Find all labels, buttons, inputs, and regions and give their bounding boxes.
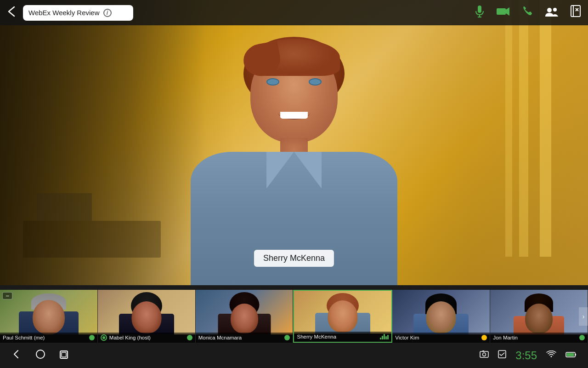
svg-rect-3 — [497, 8, 506, 15]
meeting-title: WebEx Weekly Review — [28, 9, 100, 17]
paul-video — [0, 290, 97, 334]
bottom-system-bar: 3:55 — [0, 343, 588, 368]
monica-mic-indicator — [284, 335, 290, 340]
bottom-right-group: 3:55 — [480, 349, 577, 362]
top-navigation-bar: WebEx Weekly Review i — [0, 0, 588, 25]
sherry-video — [294, 291, 391, 334]
jon-mic-indicator — [579, 335, 585, 340]
jon-name: Jon Martin — [493, 335, 518, 340]
camera-icon — [496, 6, 510, 17]
participant-tile-paul[interactable]: − Paul Schmitt (me) — [0, 290, 98, 343]
victor-name: Victor Kim — [395, 335, 419, 340]
eye-left — [266, 78, 279, 86]
minimize-paul-button[interactable]: − — [2, 292, 12, 299]
main-video-area: Sherry McKenna — [0, 0, 588, 285]
task-button[interactable] — [498, 350, 506, 361]
victor-mic-indicator — [481, 335, 487, 340]
monica-name-bar: Monica Mcnamara — [196, 333, 293, 343]
microphone-icon — [475, 5, 485, 17]
host-badge-mabel — [101, 334, 107, 341]
speaker-name-text: Sherry McKenna — [263, 253, 325, 263]
eye-right — [309, 78, 322, 86]
system-back-button[interactable] — [11, 349, 22, 362]
system-recents-icon — [59, 350, 68, 359]
svg-rect-13 — [62, 352, 66, 357]
participants-strip: − Paul Schmitt (me) Mabel King (host) — [0, 290, 588, 343]
monica-name: Monica Mcnamara — [198, 335, 242, 340]
participant-tile-mabel[interactable]: Mabel King (host) — [98, 290, 196, 343]
main-speaker — [156, 9, 432, 285]
svg-rect-0 — [478, 6, 481, 13]
expand-strip-button[interactable]: › — [579, 307, 588, 326]
mabel-face — [131, 301, 161, 334]
battery-level-icon — [565, 351, 577, 358]
system-home-icon — [35, 349, 45, 359]
participant-tile-victor[interactable]: Victor Kim — [392, 290, 490, 343]
screenshot-button[interactable] — [480, 350, 489, 361]
mabel-name-bar: Mabel King (host) — [98, 333, 195, 343]
sherry-face — [328, 300, 358, 333]
wifi-icon — [546, 351, 556, 360]
svg-point-6 — [553, 8, 557, 12]
speaker-name-label: Sherry McKenna — [254, 250, 334, 267]
svg-marker-4 — [506, 7, 509, 16]
system-home-button[interactable] — [35, 349, 45, 362]
victor-face — [426, 301, 456, 334]
teeth — [280, 112, 308, 119]
mabel-mic-indicator — [187, 335, 192, 340]
back-button[interactable] — [7, 5, 16, 20]
mabel-name: Mabel King (host) — [109, 335, 151, 340]
paul-face — [33, 300, 65, 334]
microphone-button[interactable] — [475, 5, 485, 21]
paul-name-bar: Paul Schmitt (me) — [0, 333, 97, 343]
collar-right — [294, 152, 322, 189]
participant-tile-monica[interactable]: Monica Mcnamara — [196, 290, 294, 343]
share-button[interactable] — [570, 5, 581, 21]
mabel-video — [98, 290, 195, 334]
participant-tile-sherry[interactable]: Sherry McKenna — [293, 290, 392, 343]
wifi-signal-icon — [546, 351, 556, 358]
window-strip-2 — [519, 0, 528, 257]
svg-rect-16 — [482, 351, 484, 351]
info-icon[interactable]: i — [103, 9, 112, 17]
jon-video — [490, 290, 588, 334]
share-icon — [570, 5, 581, 17]
monica-video — [196, 290, 293, 334]
task-icon — [498, 350, 506, 359]
chair-left — [37, 193, 92, 221]
meeting-title-container[interactable]: WebEx Weekly Review i — [23, 5, 133, 21]
phone-button[interactable] — [521, 5, 533, 20]
collar-left — [266, 152, 294, 189]
sherry-name-bar: Sherry McKenna — [294, 332, 391, 342]
window-strip-3 — [505, 0, 512, 257]
svg-point-15 — [483, 353, 486, 356]
phone-icon — [521, 5, 533, 17]
desk-left — [23, 221, 161, 258]
paul-mic-indicator — [89, 335, 95, 340]
participants-icon — [545, 6, 559, 17]
participants-button[interactable] — [545, 6, 559, 20]
svg-point-5 — [547, 8, 552, 12]
victor-video — [392, 290, 490, 334]
svg-point-11 — [36, 350, 45, 358]
sherry-name: Sherry McKenna — [297, 334, 336, 339]
system-back-icon — [11, 349, 22, 359]
participant-tile-jon[interactable]: Jon Martin — [490, 290, 588, 343]
sherry-audio-bars — [380, 334, 389, 339]
window-strip-1 — [540, 0, 551, 257]
paul-name: Paul Schmitt (me) — [3, 335, 45, 340]
svg-rect-19 — [575, 354, 576, 356]
monica-face — [231, 304, 258, 334]
top-controls-group — [475, 5, 581, 21]
camera-button[interactable] — [496, 6, 510, 20]
back-arrow-icon — [7, 5, 16, 18]
battery-icon — [565, 351, 577, 360]
system-recents-button[interactable] — [59, 349, 68, 362]
svg-rect-14 — [480, 351, 488, 357]
system-clock: 3:55 — [515, 349, 537, 362]
svg-rect-20 — [567, 353, 574, 356]
victor-name-bar: Victor Kim — [392, 333, 490, 343]
screenshot-icon — [480, 350, 489, 358]
jon-name-bar: Jon Martin — [490, 333, 588, 343]
jon-face — [525, 304, 553, 334]
